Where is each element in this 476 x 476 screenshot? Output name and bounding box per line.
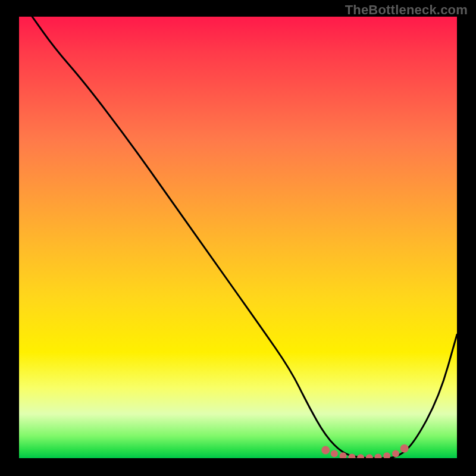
optimal-marker-dot	[400, 444, 409, 453]
optimal-marker-dot	[321, 446, 330, 455]
optimal-marker-dot	[383, 452, 390, 458]
optimal-marker-dot	[392, 450, 399, 458]
optimal-marker-dot	[357, 454, 364, 458]
bottleneck-curve-svg	[19, 17, 457, 458]
chart-frame: TheBottleneck.com	[0, 0, 476, 476]
bottleneck-curve-path	[32, 17, 457, 458]
watermark-text: TheBottleneck.com	[345, 2, 468, 18]
optimal-range-markers	[321, 444, 409, 458]
optimal-marker-dot	[375, 454, 382, 459]
optimal-marker-dot	[331, 450, 338, 458]
chart-plot-area	[19, 17, 457, 458]
optimal-marker-dot	[366, 454, 373, 458]
